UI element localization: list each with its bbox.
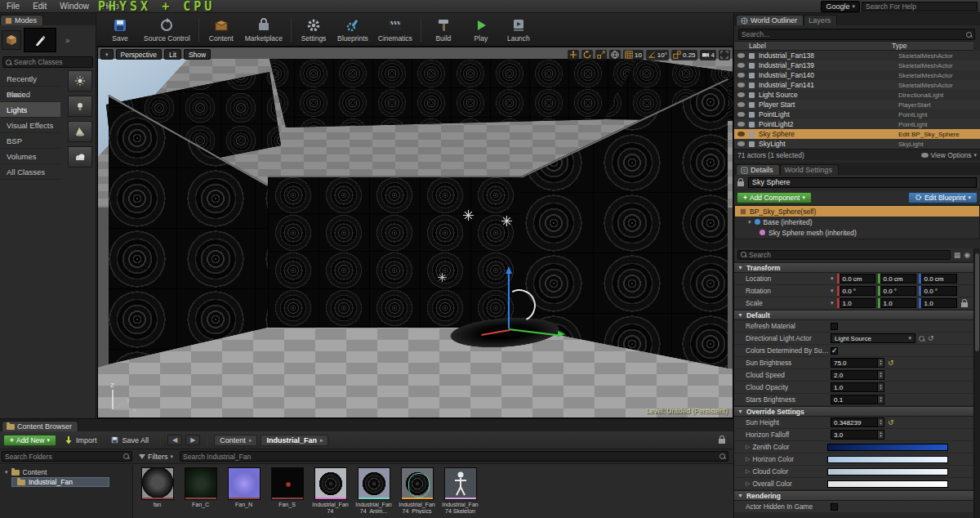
scale-x-input[interactable]: 1.0: [840, 298, 875, 308]
marketplace-button[interactable]: Marketplace: [240, 14, 287, 45]
tree-item-industrial-fan[interactable]: Industrial_Fan: [11, 477, 109, 487]
category-lights[interactable]: Lights: [0, 102, 60, 118]
tab-content-browser[interactable]: Content Browser: [2, 421, 78, 431]
view-options-button[interactable]: View Options ▾: [921, 151, 977, 159]
use-selected-icon[interactable]: ↺: [928, 334, 934, 342]
asset-item[interactable]: Industrial_Fan 74 Skeleton: [441, 467, 479, 516]
horizon-color-swatch[interactable]: [827, 456, 948, 463]
category-recently-placed[interactable]: Recently Placed: [0, 71, 60, 87]
menu-file[interactable]: File: [0, 0, 26, 12]
visibility-eye-icon[interactable]: [737, 122, 745, 127]
lock-icon[interactable]: [737, 181, 744, 186]
translate-tool-button[interactable]: [568, 50, 579, 60]
visibility-eye-icon[interactable]: [737, 83, 745, 87]
outliner-row[interactable]: PointLightPointLight: [734, 109, 980, 119]
column-type[interactable]: Type: [892, 42, 973, 50]
scale-snap-control[interactable]: 0.25: [671, 50, 697, 60]
light-sprite-icon[interactable]: [463, 210, 474, 221]
expander-icon[interactable]: ▷: [746, 468, 750, 475]
lock-sources-icon[interactable]: [719, 439, 725, 444]
location-z-input[interactable]: 0.0 cm: [921, 274, 957, 284]
outliner-row[interactable]: Industrial_Fan140SkeletalMeshActor: [734, 70, 980, 80]
sky-light-tile[interactable]: [68, 146, 92, 167]
asset-item[interactable]: Industrial_Fan 74: [311, 467, 350, 516]
light-sprite-icon[interactable]: [438, 273, 447, 282]
component-base[interactable]: ▾ Base (inherited): [735, 217, 979, 227]
caret-down-icon[interactable]: ▾: [831, 275, 834, 282]
grid-snap-control[interactable]: 10: [623, 50, 644, 60]
back-button[interactable]: ◀: [167, 435, 182, 445]
filters-button[interactable]: Filters ▾: [134, 452, 178, 462]
tab-layers[interactable]: Layers: [804, 15, 837, 25]
asset-item[interactable]: fan: [138, 467, 176, 516]
tab-modes[interactable]: Modes: [0, 15, 43, 25]
location-x-input[interactable]: 0.0 cm: [840, 274, 875, 284]
world-local-toggle-button[interactable]: [609, 50, 621, 60]
paint-mode-button[interactable]: [24, 28, 56, 52]
location-y-input[interactable]: 0.0 cm: [880, 274, 916, 284]
category-visual-effects[interactable]: Visual Effects: [0, 118, 60, 133]
outliner-row[interactable]: Industrial_Fan138SkeletalMeshActor: [734, 51, 980, 60]
spinner[interactable]: ▲▼: [878, 370, 884, 380]
outliner-row[interactable]: Industrial_Fan139SkeletalMeshActor: [734, 60, 980, 70]
rotation-y-input[interactable]: 0.0 °: [880, 286, 916, 296]
caret-down-icon[interactable]: ▾: [831, 288, 834, 294]
section-override-settings[interactable]: ▼ Override Settings: [734, 406, 973, 417]
add-new-button[interactable]: + Add New ▾: [3, 435, 56, 446]
outliner-row-selected[interactable]: Sky SphereEdit BP_Sky_Sphere: [734, 129, 980, 139]
launch-button[interactable]: Launch: [500, 14, 537, 45]
place-mode-button[interactable]: [2, 30, 21, 50]
save-button[interactable]: Save: [101, 14, 139, 45]
outliner-row[interactable]: SkyLightSkyLight: [734, 139, 980, 149]
asset-item[interactable]: Industrial_Fan 74_Physics: [398, 467, 436, 516]
component-mesh[interactable]: Sky Sphere mesh (inherited): [735, 227, 979, 238]
tree-item-content[interactable]: ▾ Content: [0, 467, 132, 477]
spinner[interactable]: ▲▼: [878, 430, 884, 440]
play-button[interactable]: Play: [462, 14, 500, 45]
show-flags-button[interactable]: Show: [184, 49, 211, 60]
spinner[interactable]: ▲▼: [878, 418, 884, 427]
browse-icon[interactable]: [919, 336, 924, 342]
import-button[interactable]: Import: [60, 435, 102, 446]
scrollbar-thumb[interactable]: [975, 253, 979, 351]
rotation-z-input[interactable]: 0.0 °: [921, 286, 957, 296]
outliner-search-input[interactable]: [742, 30, 964, 38]
asset-item[interactable]: Fan_C: [181, 467, 220, 516]
source-control-button[interactable]: Source Control: [139, 14, 195, 45]
save-all-button[interactable]: Save All: [105, 434, 154, 446]
spinner[interactable]: ▲▼: [878, 358, 884, 368]
expander-icon[interactable]: ▷: [746, 480, 750, 487]
visibility-eye-icon[interactable]: [737, 132, 745, 136]
section-transform[interactable]: ▼ Transform: [734, 262, 973, 273]
actor-hidden-checkbox[interactable]: [831, 503, 838, 511]
viewport[interactable]: Z x y Level: Untitled (Persistent) ▾ Per…: [97, 47, 733, 418]
category-volumes[interactable]: Volumes: [0, 149, 60, 164]
caret-down-icon[interactable]: ▾: [831, 300, 834, 306]
stars-brightness-input[interactable]: 0.1: [831, 395, 878, 404]
overall-color-swatch[interactable]: [827, 480, 948, 488]
asset-item[interactable]: Fan_S: [268, 467, 306, 516]
modes-overflow-chevron[interactable]: »: [65, 36, 70, 45]
perspective-button[interactable]: Perspective: [116, 49, 162, 60]
tab-world-settings[interactable]: World Settings: [780, 164, 839, 175]
details-search-input[interactable]: [749, 251, 947, 259]
spinner[interactable]: ▲▼: [878, 395, 884, 404]
expander-icon[interactable]: ▷: [746, 444, 750, 450]
spot-light-tile[interactable]: [68, 121, 92, 142]
rotation-snap-control[interactable]: 10°: [646, 50, 669, 60]
details-scrollbar[interactable]: [973, 248, 980, 518]
cloud-speed-input[interactable]: 2.0: [831, 370, 878, 380]
add-component-button[interactable]: + Add Component ▾: [737, 192, 812, 203]
folders-search-input[interactable]: [5, 453, 121, 461]
gizmo-z-axis[interactable]: [508, 273, 510, 328]
viewport-options-button[interactable]: ▾: [100, 49, 114, 60]
directional-light-tile[interactable]: [68, 70, 92, 92]
breadcrumb-industrial-fan[interactable]: Industrial_Fan ▸: [261, 435, 328, 446]
modes-search-input[interactable]: [14, 58, 90, 66]
point-light-tile[interactable]: [68, 96, 92, 117]
outliner-row[interactable]: Player StartPlayerStart: [734, 100, 980, 109]
category-all-classes[interactable]: All Classes: [0, 164, 60, 180]
blueprints-button[interactable]: Blueprints: [332, 14, 373, 45]
outliner-row[interactable]: Light SourceDirectionalLight: [734, 90, 980, 100]
property-visibility-icon[interactable]: ◉: [964, 251, 970, 259]
